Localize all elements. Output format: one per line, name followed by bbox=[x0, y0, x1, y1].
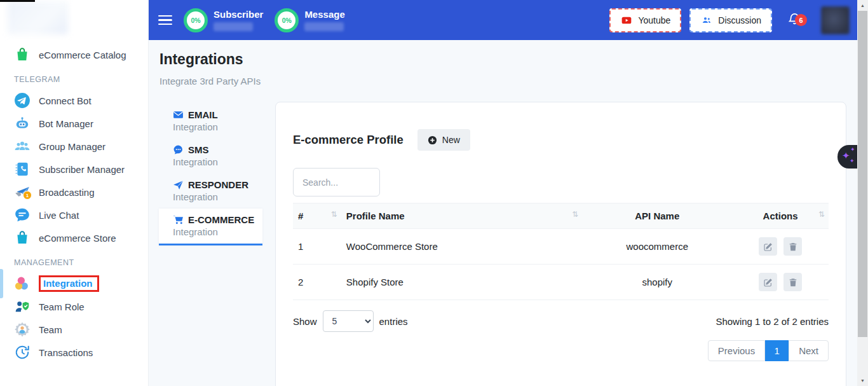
subnav-item-title: EMAIL bbox=[188, 109, 218, 120]
trash-icon bbox=[789, 242, 797, 251]
subnav-item-sub: Integration bbox=[173, 156, 262, 167]
sort-icon: ⇅ bbox=[818, 210, 825, 219]
scroll-up-arrow[interactable]: ▲ bbox=[857, 0, 868, 11]
current-page-button[interactable]: 1 bbox=[765, 340, 789, 361]
sidebar-item-team[interactable]: Team bbox=[0, 318, 148, 341]
shopping-bag-icon bbox=[14, 46, 31, 63]
subscriber-stat: 0% Subscriber bbox=[184, 8, 263, 32]
sidebar-item-ecommerce-store[interactable]: eCommerce Store bbox=[0, 226, 148, 249]
notifications-button[interactable]: 6 bbox=[787, 11, 802, 29]
delete-button[interactable] bbox=[783, 273, 802, 291]
table-row: 2 Shopify Store shopify bbox=[293, 265, 829, 300]
integration-annotation-box: Integration bbox=[39, 275, 99, 292]
sparkles-icon: ✦ bbox=[850, 146, 855, 153]
previous-page-button[interactable]: Previous bbox=[708, 340, 765, 361]
sidebar-item-live-chat[interactable]: Live Chat bbox=[0, 203, 148, 226]
sort-icon: ⇅ bbox=[331, 210, 337, 219]
column-header-actions[interactable]: Actions ⇅ bbox=[732, 203, 829, 229]
integration-subnav: EMAIL Integration SMS Integration RESPON… bbox=[159, 104, 262, 245]
sms-icon bbox=[173, 144, 184, 155]
subscriber-stat-label: Subscriber bbox=[214, 9, 263, 20]
card-title: E-commerce Profile bbox=[293, 133, 403, 147]
column-header-profile-name[interactable]: Profile Name ⇅ bbox=[341, 203, 582, 229]
store-bag-icon bbox=[14, 230, 31, 246]
subnav-item-ecommerce[interactable]: E-COMMERCE Integration bbox=[159, 209, 262, 245]
profiles-table: # ⇅ Profile Name ⇅ API Name Actions ⇅ bbox=[293, 203, 829, 300]
sort-icon: ⇅ bbox=[572, 210, 578, 219]
sidebar-item-label: Subscriber Manager bbox=[39, 164, 125, 175]
subnav-item-sms[interactable]: SMS Integration bbox=[159, 139, 262, 174]
broadcast-plane-icon: 1 bbox=[14, 184, 31, 200]
subnav-item-responder[interactable]: RESPONDER Integration bbox=[159, 174, 262, 209]
sidebar-item-label: Bot Manager bbox=[39, 118, 93, 129]
subnav-item-title: SMS bbox=[188, 144, 209, 155]
window-artifact-bar bbox=[0, 0, 35, 2]
edit-button[interactable] bbox=[759, 237, 777, 256]
chat-bubble-icon bbox=[14, 207, 31, 223]
sidebar-item-integration[interactable]: Integration bbox=[0, 272, 148, 295]
column-header-num[interactable]: # ⇅ bbox=[293, 203, 341, 229]
sidebar-item-broadcasting[interactable]: 1 Broadcasting bbox=[0, 181, 148, 203]
message-progress-ring: 0% bbox=[275, 8, 299, 32]
user-avatar[interactable] bbox=[821, 6, 850, 34]
integration-circles-icon bbox=[14, 275, 31, 292]
edit-button[interactable] bbox=[759, 273, 777, 291]
hamburger-menu-icon[interactable] bbox=[158, 13, 172, 28]
profile-name-cell: WooCommerce Store bbox=[341, 229, 582, 265]
scrollbar[interactable]: ▲ ▼ bbox=[857, 0, 868, 386]
youtube-button-label: Youtube bbox=[638, 15, 670, 25]
sidebar-item-label: Live Chat bbox=[39, 210, 79, 221]
subnav-item-email[interactable]: EMAIL Integration bbox=[159, 104, 262, 139]
next-page-button[interactable]: Next bbox=[789, 340, 829, 361]
app-logo bbox=[8, 1, 68, 34]
discussion-button[interactable]: Discussion bbox=[689, 8, 772, 32]
plus-circle-icon bbox=[428, 135, 437, 145]
ai-assistant-button[interactable]: ✦ ✦ ✦ bbox=[837, 145, 857, 169]
sidebar-item-label: eCommerce Catalog bbox=[39, 50, 126, 60]
profile-name-cell: Shopify Store bbox=[341, 265, 582, 300]
scrollbar-thumb[interactable] bbox=[858, 11, 867, 337]
trash-icon bbox=[789, 278, 797, 287]
broadcasting-badge: 1 bbox=[23, 191, 32, 200]
notification-count-badge: 6 bbox=[795, 14, 807, 26]
api-name-cell: shopify bbox=[582, 265, 732, 300]
sparkles-icon: ✦ bbox=[850, 158, 855, 164]
team-gear-icon bbox=[14, 321, 31, 338]
sidebar-item-label: Transactions bbox=[39, 347, 93, 358]
column-header-api-name[interactable]: API Name bbox=[582, 203, 732, 229]
sidebar-section-telegram: TELEGRAM bbox=[0, 66, 148, 89]
sidebar-item-bot-manager[interactable]: Bot Manager bbox=[0, 112, 148, 135]
sidebar-item-team-role[interactable]: Team Role bbox=[0, 295, 148, 318]
page-size-select[interactable]: 5 bbox=[323, 310, 374, 332]
page-subtitle: Integrate 3rd Party APIs bbox=[159, 76, 261, 86]
search-input[interactable] bbox=[293, 168, 380, 196]
top-header: 0% Subscriber 0% Message Youtube Discuss… bbox=[148, 0, 857, 40]
sidebar-item-label: Team bbox=[39, 324, 62, 335]
message-stat-label: Message bbox=[304, 9, 344, 20]
edit-icon bbox=[764, 242, 773, 251]
scroll-down-arrow[interactable]: ▼ bbox=[857, 375, 868, 386]
new-profile-button[interactable]: New bbox=[417, 129, 470, 151]
responder-plane-icon bbox=[173, 179, 184, 190]
sidebar-item-group-manager[interactable]: Group Manager bbox=[0, 135, 148, 158]
sidebar-item-transactions[interactable]: Transactions bbox=[0, 341, 148, 364]
youtube-icon bbox=[620, 15, 633, 25]
table-row: 1 WooCommerce Store woocommerce bbox=[293, 229, 829, 265]
sidebar-item-ecommerce-catalog[interactable]: eCommerce Catalog bbox=[0, 43, 148, 66]
subnav-item-title: E-COMMERCE bbox=[188, 214, 254, 225]
sidebar-item-connect-bot[interactable]: Connect Bot bbox=[0, 89, 148, 112]
sidebar-item-label: eCommerce Store bbox=[39, 233, 116, 244]
ecommerce-profile-card: E-commerce Profile New # ⇅ Profile Name … bbox=[275, 102, 846, 386]
new-button-label: New bbox=[442, 135, 460, 145]
discussion-people-icon bbox=[700, 15, 713, 25]
contacts-phone-icon bbox=[14, 161, 31, 177]
sidebar-item-subscriber-manager[interactable]: Subscriber Manager bbox=[0, 158, 148, 181]
delete-button[interactable] bbox=[783, 237, 802, 256]
sparkles-icon: ✦ bbox=[842, 150, 850, 162]
youtube-button[interactable]: Youtube bbox=[609, 8, 681, 32]
sidebar-item-label: Group Manager bbox=[39, 141, 105, 152]
subnav-item-title: RESPONDER bbox=[188, 179, 248, 190]
active-item-indicator bbox=[0, 269, 3, 298]
main-content: Integrations Integrate 3rd Party APIs EM… bbox=[148, 40, 857, 386]
sidebar-item-label: Team Role bbox=[39, 301, 85, 312]
